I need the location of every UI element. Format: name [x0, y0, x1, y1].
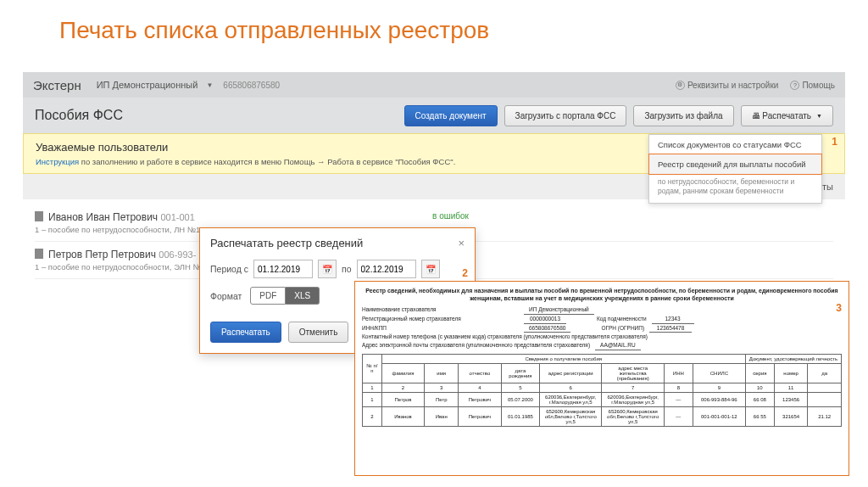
- topbar: Экстерн ИП Демонстрационный ▼ 6658068765…: [23, 72, 845, 98]
- print-icon: 🖶: [752, 111, 760, 120]
- print-dropdown-button[interactable]: 🖶 Распечатать▼: [741, 105, 833, 126]
- date-from-input[interactable]: [253, 260, 313, 278]
- create-document-button[interactable]: Создать документ: [404, 105, 498, 126]
- format-xls-button[interactable]: XLS: [286, 287, 320, 305]
- annotation-marker: 2: [462, 267, 468, 279]
- modal-title: Распечатать реестр сведений: [210, 237, 363, 249]
- dropdown-item-status[interactable]: Список документов со статусами ФСС: [649, 135, 821, 154]
- brand: Экстерн: [33, 78, 81, 92]
- page-title: Пособия ФСС: [35, 108, 123, 123]
- format-pdf-button[interactable]: PDF: [250, 287, 286, 305]
- document-icon: [35, 211, 43, 221]
- annotation-marker: 3: [836, 302, 842, 314]
- format-label: Формат: [210, 291, 242, 301]
- load-file-button[interactable]: Загрузить из файла: [633, 105, 733, 126]
- help-link[interactable]: ?Помощь: [790, 81, 835, 90]
- load-portal-button[interactable]: Загрузить с портала ФСС: [504, 105, 627, 126]
- format-toggle: PDF XLS: [250, 287, 320, 305]
- org-number: 665806876580: [223, 81, 280, 90]
- report-title: Реестр сведений, необходимых для назначе…: [362, 287, 842, 302]
- calendar-icon[interactable]: 📅: [318, 260, 337, 278]
- status-badge: в ошибок: [432, 211, 469, 221]
- banner-text: по заполнению и работе в сервисе находит…: [79, 157, 455, 166]
- report-table: № п/п Сведения о получателе пособия Доку…: [362, 354, 842, 427]
- period-label: Период с: [210, 264, 248, 274]
- report-preview: 3 Реестр сведений, необходимых для назна…: [354, 281, 849, 476]
- settings-link[interactable]: ⚙Реквизиты и настройки: [676, 81, 778, 90]
- print-dropdown-menu: Список документов со статусами ФСС Реест…: [648, 134, 822, 204]
- chevron-down-icon[interactable]: ▼: [206, 81, 213, 89]
- table-row: 2ИвановИванПетрович01.01.1985652600,Кеме…: [363, 406, 842, 426]
- annotation-marker: 1: [832, 136, 837, 148]
- dropdown-item-registry[interactable]: Реестр сведений для выплаты пособий: [648, 154, 822, 175]
- help-icon: ?: [790, 81, 799, 90]
- instruction-link[interactable]: Инструкция: [36, 157, 79, 166]
- date-to-input[interactable]: [357, 260, 416, 278]
- calendar-icon[interactable]: 📅: [421, 260, 440, 278]
- modal-print-button[interactable]: Распечатать: [210, 322, 281, 343]
- chevron-down-icon: ▼: [816, 113, 822, 119]
- slide-title: Печать списка отправленных реестров: [0, 0, 868, 57]
- modal-cancel-button[interactable]: Отменить: [288, 322, 349, 343]
- titlebar: Пособия ФСС Создать документ Загрузить с…: [23, 98, 845, 133]
- table-row: 1ПетровПетрПетрович05.07.2000620036,Екат…: [363, 392, 842, 406]
- gear-icon: ⚙: [676, 81, 685, 90]
- info-banner: 1 Уважаемые пользователи Инструкция по з…: [23, 133, 845, 174]
- document-icon: [35, 249, 43, 259]
- to-label: по: [342, 264, 352, 274]
- close-icon[interactable]: ×: [458, 237, 465, 249]
- report-metadata: Наименование страхователяИП Демонстрацио…: [362, 305, 842, 350]
- dropdown-note: по нетрудоспособности, беременности и ро…: [649, 174, 821, 203]
- org-selector[interactable]: ИП Демонстрационный: [97, 80, 198, 90]
